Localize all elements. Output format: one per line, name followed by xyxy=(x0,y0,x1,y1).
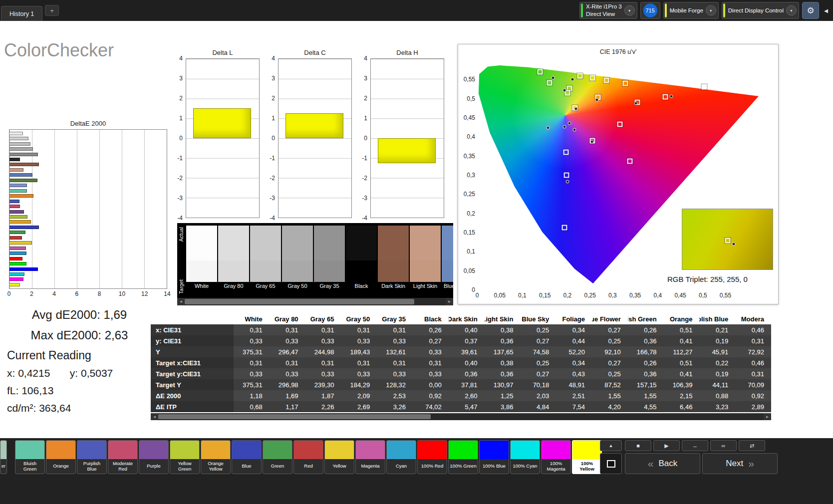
measurement-marker xyxy=(669,95,673,98)
patch-button[interactable]: Yellow Green xyxy=(170,440,200,474)
patch-button[interactable]: Purplish Blue xyxy=(77,440,107,474)
patch-button[interactable]: Bluish Green xyxy=(15,440,45,474)
meter-mode: Direct View xyxy=(586,10,622,18)
swatch-target-color xyxy=(250,260,281,282)
patch-label: Orange Yellow xyxy=(201,459,230,474)
table-header-cell: Modera xyxy=(735,313,771,324)
table-cell: 0,26 xyxy=(413,324,449,335)
deltae-bar xyxy=(9,220,31,224)
delta-l-plot xyxy=(186,58,260,218)
chevron-down-icon[interactable]: ▼ xyxy=(706,5,716,16)
table-cell: 0,27 xyxy=(592,324,628,335)
scrollbar-track[interactable] xyxy=(185,298,446,305)
next-button[interactable]: Next » xyxy=(702,453,778,474)
stop-button[interactable]: ■ xyxy=(625,440,651,451)
source-dropdown[interactable]: Mobile Forge ▼ xyxy=(663,2,719,19)
patch-color xyxy=(480,441,509,459)
delta-l-title: Delta L xyxy=(186,49,260,56)
display-control-dropdown[interactable]: Direct Display Control ▼ xyxy=(722,2,799,19)
gear-icon[interactable]: ⚙ xyxy=(802,2,819,19)
table-header-cell: Orange xyxy=(664,313,700,324)
patch-button[interactable]: er xyxy=(0,440,7,474)
patch-button[interactable]: Cyan xyxy=(386,440,416,474)
table-cell: 0,31 xyxy=(377,357,413,368)
add-tab-button[interactable]: + xyxy=(45,5,59,16)
back-button[interactable]: « Back xyxy=(625,453,700,474)
scroll-right-icon[interactable]: ► xyxy=(764,413,771,420)
pattern-window-button[interactable] xyxy=(600,453,622,474)
patch-button[interactable]: 100% Blue xyxy=(479,440,509,474)
chevron-down-icon[interactable]: ▼ xyxy=(624,5,635,16)
deltae-bar xyxy=(9,168,23,172)
patch-button[interactable]: Yellow xyxy=(324,440,354,474)
chevron-down-icon[interactable]: ▼ xyxy=(786,5,797,16)
table-row-label: Target y:CIE31 xyxy=(151,368,234,379)
table-cell: 244,98 xyxy=(305,346,341,357)
patch-label: Purple xyxy=(139,459,168,474)
patch-button[interactable]: Red xyxy=(293,440,323,474)
table-header-cell: Purplish Blue xyxy=(699,313,735,324)
measurement-table: WhiteGray 80Gray 65Gray 50Gray 35BlackDa… xyxy=(151,313,771,420)
table-cell: 0,31 xyxy=(305,324,341,335)
patch-strip-footer: erBluish GreenOrangePurplish BlueModerat… xyxy=(0,438,833,504)
scrollbar-track[interactable] xyxy=(158,413,764,420)
patch-button[interactable]: 100% Yellow xyxy=(572,440,602,474)
axis-tick-label: 1 xyxy=(179,115,183,122)
swatch-scrollbar[interactable]: ◄ ► xyxy=(177,298,453,305)
table-cell: 0,88 xyxy=(699,390,735,401)
scroll-left-icon[interactable]: ◄ xyxy=(177,298,185,305)
table-cell: 130,97 xyxy=(485,379,521,390)
collapse-panel-icon[interactable]: ◀ xyxy=(822,2,830,19)
max-de2000: Max dE2000: 2,63 xyxy=(7,328,152,342)
table-cell: 3,23 xyxy=(699,401,735,412)
table-cell: 189,43 xyxy=(341,346,377,357)
meter-dropdown[interactable]: X-Rite i1Pro 3 Direct View ▼ xyxy=(579,2,637,19)
history-tab[interactable]: History 1 xyxy=(1,6,42,21)
table-cell: 0,36 xyxy=(485,368,521,379)
patch-label: Red xyxy=(294,459,323,474)
delta-c-chart: Delta C 43210-1-2-3-4 xyxy=(258,49,353,218)
patch-button[interactable]: 100% Cyan xyxy=(510,440,540,474)
patch-button[interactable]: Moderate Red xyxy=(108,440,138,474)
play-button[interactable]: ▶ xyxy=(653,440,680,451)
patch-color xyxy=(294,441,323,459)
scroll-right-icon[interactable]: ► xyxy=(446,298,453,305)
patch-color xyxy=(356,441,385,459)
patch-button[interactable]: Blue xyxy=(232,440,262,474)
table-scrollbar[interactable]: ◄ ► xyxy=(151,413,771,420)
sync-button[interactable]: ⇄ xyxy=(739,440,765,451)
patch-button[interactable]: 100% Magenta xyxy=(541,440,571,474)
patch-button[interactable]: Orange xyxy=(46,440,76,474)
step-button[interactable]: ↔ xyxy=(682,440,708,451)
scroll-left-icon[interactable]: ◄ xyxy=(151,413,158,420)
axis-tick-label: 10 xyxy=(119,290,125,297)
axis-tick-label: -3 xyxy=(270,195,275,202)
patch-button[interactable]: 100% Green xyxy=(448,440,478,474)
patch-button[interactable]: Green xyxy=(263,440,292,474)
table-cell: 52,20 xyxy=(556,346,592,357)
target-marker xyxy=(622,81,628,86)
cie-x-axis: 00,050,10,150,20,250,30,350,40,450,50,55 xyxy=(477,292,771,300)
measurement-marker xyxy=(634,102,638,105)
patch-button[interactable]: Orange Yellow xyxy=(201,440,231,474)
table-cell: 239,30 xyxy=(305,379,341,390)
table-cell: 0,33 xyxy=(341,368,377,379)
pattern-up-button[interactable]: ▲ xyxy=(600,440,622,451)
table-cell: 296,98 xyxy=(270,379,305,390)
meter-status-button[interactable]: 715 xyxy=(640,2,660,19)
table-cell: 2,89 xyxy=(735,401,771,412)
patch-button[interactable]: Magenta xyxy=(355,440,385,474)
patch-button[interactable]: Purple xyxy=(139,440,169,474)
patch-button[interactable]: 100% Red xyxy=(417,440,447,474)
table-cell: 1,87 xyxy=(305,390,341,401)
loop-button[interactable]: ∞ xyxy=(710,440,737,451)
deltae-bar xyxy=(9,226,39,229)
scrollbar-thumb[interactable] xyxy=(185,299,414,304)
axis-tick-label: 2 xyxy=(179,95,183,102)
scrollbar-thumb[interactable] xyxy=(158,414,431,419)
rgb-triplet-label: RGB Triplet: 255, 255, 0 xyxy=(642,275,773,283)
axis-tick-label: 0,5 xyxy=(467,95,475,102)
table-cell: 74,02 xyxy=(413,401,449,412)
swatch-target-color xyxy=(410,260,441,282)
swatch-actual-color xyxy=(346,226,377,260)
